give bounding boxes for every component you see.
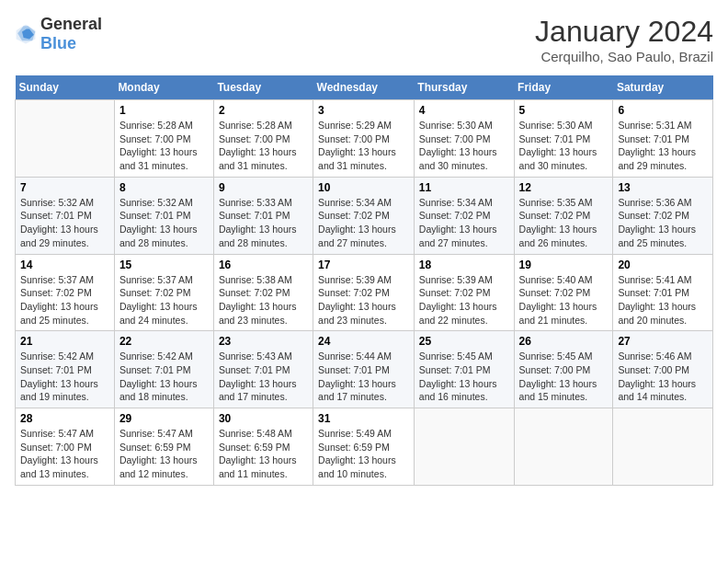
day-number: 3 [318,104,409,117]
day-cell: 30Sunrise: 5:48 AMSunset: 6:59 PMDayligh… [213,408,313,486]
day-number: 12 [519,181,609,194]
day-number: 27 [618,335,708,348]
day-number: 5 [519,104,609,117]
title-block: January 2024 Cerquilho, Sao Paulo, Brazi… [535,15,713,64]
day-info: Sunrise: 5:46 AMSunset: 7:00 PMDaylight:… [618,350,708,404]
day-number: 19 [519,259,609,271]
day-cell: 23Sunrise: 5:43 AMSunset: 7:01 PMDayligh… [213,331,313,408]
day-info: Sunrise: 5:32 AMSunset: 7:01 PMDaylight:… [119,196,209,250]
day-number: 9 [219,181,308,194]
day-number: 15 [119,259,209,271]
calendar-table: SundayMondayTuesdayWednesdayThursdayFrid… [15,75,713,486]
day-info: Sunrise: 5:48 AMSunset: 6:59 PMDaylight:… [219,427,308,481]
day-cell [514,408,613,486]
column-header-saturday: Saturday [613,75,713,100]
day-info: Sunrise: 5:42 AMSunset: 7:01 PMDaylight:… [119,350,209,404]
day-cell: 10Sunrise: 5:34 AMSunset: 7:02 PMDayligh… [313,177,415,254]
day-cell: 4Sunrise: 5:30 AMSunset: 7:00 PMDaylight… [414,100,514,178]
day-cell: 22Sunrise: 5:42 AMSunset: 7:01 PMDayligh… [114,331,213,408]
day-cell [613,408,713,486]
logo-icon [15,23,37,45]
logo-general-text: General [40,15,102,33]
day-info: Sunrise: 5:28 AMSunset: 7:00 PMDaylight:… [219,119,308,173]
day-cell: 19Sunrise: 5:40 AMSunset: 7:02 PMDayligh… [514,254,613,331]
day-number: 29 [119,412,209,425]
day-info: Sunrise: 5:37 AMSunset: 7:02 PMDaylight:… [20,273,109,327]
day-number: 11 [419,181,509,194]
day-cell: 3Sunrise: 5:29 AMSunset: 7:00 PMDaylight… [313,100,415,178]
day-number: 20 [618,259,708,271]
day-number: 24 [318,335,409,348]
day-number: 10 [318,181,409,194]
day-number: 4 [419,104,509,117]
day-number: 28 [20,412,109,425]
day-number: 8 [119,181,209,194]
logo: General Blue [15,15,102,53]
day-cell: 18Sunrise: 5:39 AMSunset: 7:02 PMDayligh… [414,254,514,331]
column-header-monday: Monday [114,75,213,100]
day-number: 1 [119,104,209,117]
day-cell [414,408,514,486]
day-number: 18 [419,259,509,271]
day-cell: 5Sunrise: 5:30 AMSunset: 7:01 PMDaylight… [514,100,613,178]
day-cell: 14Sunrise: 5:37 AMSunset: 7:02 PMDayligh… [16,254,115,331]
day-number: 2 [219,104,308,117]
page-title: January 2024 [535,15,713,49]
day-cell: 24Sunrise: 5:44 AMSunset: 7:01 PMDayligh… [313,331,415,408]
day-info: Sunrise: 5:43 AMSunset: 7:01 PMDaylight:… [219,350,308,404]
column-header-tuesday: Tuesday [213,75,313,100]
day-info: Sunrise: 5:44 AMSunset: 7:01 PMDaylight:… [318,350,409,404]
day-info: Sunrise: 5:42 AMSunset: 7:01 PMDaylight:… [20,350,109,404]
day-cell: 9Sunrise: 5:33 AMSunset: 7:01 PMDaylight… [213,177,313,254]
day-number: 25 [419,335,509,348]
day-info: Sunrise: 5:47 AMSunset: 6:59 PMDaylight:… [119,427,209,481]
day-number: 30 [219,412,308,425]
day-number: 22 [119,335,209,348]
day-number: 17 [318,259,409,271]
day-info: Sunrise: 5:45 AMSunset: 7:00 PMDaylight:… [519,350,609,404]
week-row-5: 28Sunrise: 5:47 AMSunset: 7:00 PMDayligh… [16,408,713,486]
day-info: Sunrise: 5:34 AMSunset: 7:02 PMDaylight:… [419,196,509,250]
day-number: 26 [519,335,609,348]
day-cell: 20Sunrise: 5:41 AMSunset: 7:01 PMDayligh… [613,254,713,331]
column-header-thursday: Thursday [414,75,514,100]
column-header-sunday: Sunday [16,75,115,100]
week-row-2: 7Sunrise: 5:32 AMSunset: 7:01 PMDaylight… [16,177,713,254]
day-cell: 28Sunrise: 5:47 AMSunset: 7:00 PMDayligh… [16,408,115,486]
day-info: Sunrise: 5:40 AMSunset: 7:02 PMDaylight:… [519,273,609,327]
day-info: Sunrise: 5:49 AMSunset: 6:59 PMDaylight:… [318,427,409,481]
day-cell: 2Sunrise: 5:28 AMSunset: 7:00 PMDaylight… [213,100,313,178]
page-subtitle: Cerquilho, Sao Paulo, Brazil [535,49,713,64]
day-info: Sunrise: 5:39 AMSunset: 7:02 PMDaylight:… [318,273,409,327]
column-header-wednesday: Wednesday [313,75,415,100]
day-cell: 1Sunrise: 5:28 AMSunset: 7:00 PMDaylight… [114,100,213,178]
day-number: 21 [20,335,109,348]
week-row-1: 1Sunrise: 5:28 AMSunset: 7:00 PMDaylight… [16,100,713,178]
day-cell: 16Sunrise: 5:38 AMSunset: 7:02 PMDayligh… [213,254,313,331]
day-info: Sunrise: 5:32 AMSunset: 7:01 PMDaylight:… [20,196,109,250]
day-cell: 17Sunrise: 5:39 AMSunset: 7:02 PMDayligh… [313,254,415,331]
day-info: Sunrise: 5:47 AMSunset: 7:00 PMDaylight:… [20,427,109,481]
day-number: 31 [318,412,409,425]
day-number: 14 [20,259,109,271]
day-cell: 21Sunrise: 5:42 AMSunset: 7:01 PMDayligh… [16,331,115,408]
logo-blue-text: Blue [40,34,76,52]
day-cell: 29Sunrise: 5:47 AMSunset: 6:59 PMDayligh… [114,408,213,486]
day-cell: 8Sunrise: 5:32 AMSunset: 7:01 PMDaylight… [114,177,213,254]
day-info: Sunrise: 5:37 AMSunset: 7:02 PMDaylight:… [119,273,209,327]
day-info: Sunrise: 5:31 AMSunset: 7:01 PMDaylight:… [618,119,708,173]
week-row-3: 14Sunrise: 5:37 AMSunset: 7:02 PMDayligh… [16,254,713,331]
day-cell: 11Sunrise: 5:34 AMSunset: 7:02 PMDayligh… [414,177,514,254]
day-cell: 25Sunrise: 5:45 AMSunset: 7:01 PMDayligh… [414,331,514,408]
day-info: Sunrise: 5:34 AMSunset: 7:02 PMDaylight:… [318,196,409,250]
day-cell: 13Sunrise: 5:36 AMSunset: 7:02 PMDayligh… [613,177,713,254]
day-info: Sunrise: 5:30 AMSunset: 7:00 PMDaylight:… [419,119,509,173]
day-cell: 6Sunrise: 5:31 AMSunset: 7:01 PMDaylight… [613,100,713,178]
day-cell [16,100,115,178]
day-cell: 15Sunrise: 5:37 AMSunset: 7:02 PMDayligh… [114,254,213,331]
day-info: Sunrise: 5:45 AMSunset: 7:01 PMDaylight:… [419,350,509,404]
day-cell: 27Sunrise: 5:46 AMSunset: 7:00 PMDayligh… [613,331,713,408]
day-cell: 31Sunrise: 5:49 AMSunset: 6:59 PMDayligh… [313,408,415,486]
day-number: 16 [219,259,308,271]
day-cell: 7Sunrise: 5:32 AMSunset: 7:01 PMDaylight… [16,177,115,254]
